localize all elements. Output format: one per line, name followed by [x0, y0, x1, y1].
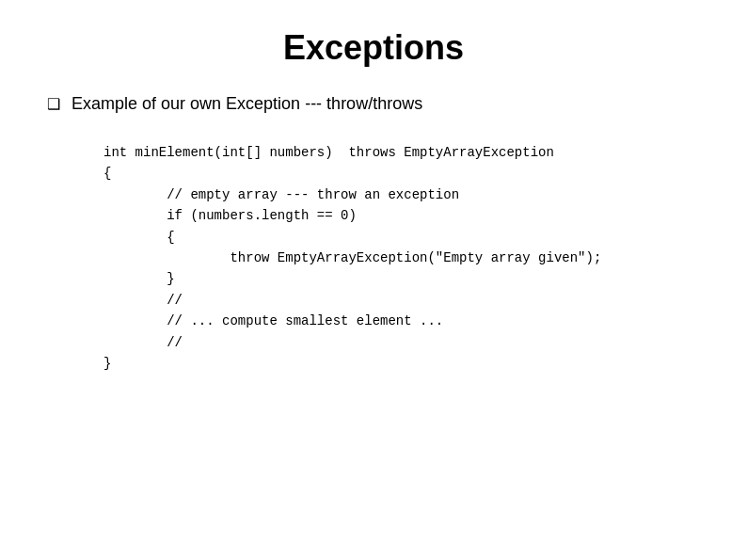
code-line: // [103, 290, 700, 311]
code-line: // empty array --- throw an exception [103, 184, 700, 205]
code-line: throw EmptyArrayException("Empty array g… [103, 248, 700, 268]
code-line: { [103, 163, 700, 184]
code-line: // [103, 332, 700, 353]
code-line: } [103, 268, 700, 289]
subtitle-text: Example of our own Exception --- throw/t… [72, 94, 422, 114]
bullet-icon: ❑ [47, 95, 60, 113]
code-line: if (numbers.length == 0) [103, 205, 700, 226]
subtitle-row: ❑ Example of our own Exception --- throw… [47, 94, 700, 114]
code-block: int minElement(int[] numbers) throws Emp… [103, 142, 700, 374]
code-line: int minElement(int[] numbers) throws Emp… [103, 142, 700, 163]
code-line: } [103, 353, 700, 374]
code-line: { [103, 227, 700, 248]
main-page: Exceptions ❑ Example of our own Exceptio… [0, 0, 747, 560]
code-line: // ... compute smallest element ... [103, 311, 700, 331]
page-title: Exceptions [47, 28, 700, 68]
